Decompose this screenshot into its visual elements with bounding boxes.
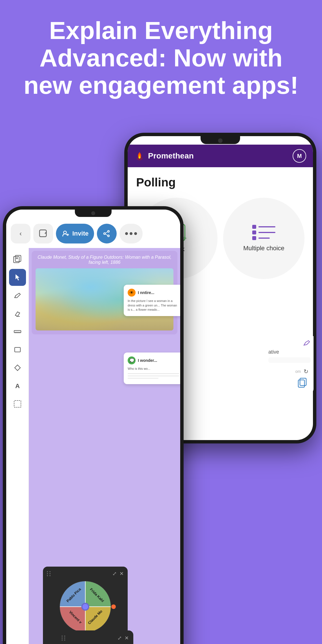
wheel-svg: Frida Kahl Pablo Pica Claude Mo Vincent … xyxy=(57,578,114,635)
tool-text[interactable]: A xyxy=(9,377,26,394)
app-name: Promethean xyxy=(148,151,194,160)
svg-point-8 xyxy=(108,235,109,237)
note-line-2 xyxy=(128,376,179,376)
right-reload-icon[interactable]: ↻ xyxy=(304,368,308,375)
tool-select[interactable] xyxy=(9,269,26,286)
note-2-heading: I wonder... xyxy=(138,358,157,363)
more-button[interactable] xyxy=(119,224,143,243)
eye-icon: 👁 xyxy=(128,289,136,297)
svg-line-15 xyxy=(15,295,16,298)
svg-point-6 xyxy=(108,230,109,232)
multiple-choice-icon xyxy=(252,225,275,240)
green-icon: 💭 xyxy=(128,356,136,364)
svg-line-10 xyxy=(105,234,108,236)
back-phone-camera xyxy=(218,138,223,143)
svg-point-30 xyxy=(82,604,88,610)
note-1-heading: I nntire... xyxy=(138,290,154,295)
note-1-text: In the picture I see a woman in a dress … xyxy=(128,299,179,312)
drag-handle[interactable] xyxy=(47,571,51,576)
svg-rect-23 xyxy=(15,347,20,352)
edit-pencil-icon[interactable] xyxy=(303,339,311,347)
tool-ruler[interactable] xyxy=(9,323,26,340)
note-lines xyxy=(128,373,179,378)
spinner-expand-icon[interactable]: ⤢ xyxy=(112,571,117,577)
right-partial-panel: ative om ↻ xyxy=(266,336,314,393)
polling-logo: Promethean xyxy=(134,151,194,161)
note-card-1: 👁 I nntire... In the picture I see a wom… xyxy=(124,285,180,316)
note-2-header: 💭 I wonder... xyxy=(128,356,179,364)
share-icon xyxy=(103,230,111,238)
note-card-2: 💭 I wonder... Who is this wo... xyxy=(124,353,180,384)
invite-icon xyxy=(62,230,69,238)
back-button[interactable]: ‹ xyxy=(11,224,31,243)
right-response-box xyxy=(268,357,311,363)
tool-duplicate[interactable] xyxy=(9,251,26,268)
timer-handle-dots[interactable] xyxy=(62,636,66,641)
art-title: Claude Monet, Study of a Figure Outdoors… xyxy=(36,255,173,265)
invite-label: Invite xyxy=(72,230,88,237)
svg-rect-38 xyxy=(298,380,304,387)
multiple-choice-label: Multiple choice xyxy=(243,245,284,252)
note-2-text: Who is this wo... xyxy=(128,367,179,371)
copy-icon[interactable] xyxy=(297,377,308,388)
user-avatar[interactable]: M xyxy=(293,149,306,163)
canvas-icon xyxy=(39,229,47,238)
share-button[interactable] xyxy=(97,224,117,243)
left-toolbar: A xyxy=(6,248,29,644)
svg-point-7 xyxy=(104,233,105,234)
front-app: ‹ Invite xyxy=(6,210,180,644)
svg-line-9 xyxy=(105,232,108,233)
front-phone: ‹ Invite xyxy=(3,206,184,644)
phones-container: Promethean M Polling Blank xyxy=(0,110,322,644)
note-line-1 xyxy=(128,373,179,374)
multiple-choice-card[interactable]: Multiple choice xyxy=(223,198,304,279)
right-from-label: om xyxy=(295,369,301,374)
svg-point-3 xyxy=(64,231,66,234)
invite-button[interactable]: Invite xyxy=(56,224,94,243)
front-phone-camera xyxy=(91,211,95,215)
note-1-header: 👁 I nntire... xyxy=(128,289,179,297)
tool-shape-rect[interactable] xyxy=(9,341,26,358)
note-line-3 xyxy=(128,378,158,378)
dot-1 xyxy=(125,232,128,235)
right-copy-area xyxy=(268,377,311,391)
timer-expand-icon[interactable]: ⤢ xyxy=(118,635,122,641)
svg-text:A: A xyxy=(15,382,20,390)
spinner-wheel[interactable]: Frida Kahl Pablo Pica Claude Mo Vincent … xyxy=(57,578,114,635)
right-bottom-panel: om ↻ xyxy=(268,366,311,377)
spinner-header: ⤢ ✕ xyxy=(47,571,124,577)
front-main: A Claude Monet, Study of a Figure Outdoo… xyxy=(6,248,180,644)
spinner-close-button[interactable]: ✕ xyxy=(119,571,124,577)
timer-close-button[interactable]: ✕ xyxy=(125,635,129,641)
timer-overlay: ⤢ ✕ ⏱ xyxy=(57,630,133,644)
flame-icon xyxy=(134,151,145,161)
header: Explain Everything Advanced: Now with ne… xyxy=(0,0,322,110)
spinner-pointer xyxy=(111,604,116,609)
page-title: Explain Everything Advanced: Now with ne… xyxy=(17,17,305,99)
canvas-tool-button[interactable] xyxy=(33,224,53,243)
canvas-area: Claude Monet, Study of a Figure Outdoors… xyxy=(29,248,180,644)
svg-point-1 xyxy=(138,156,140,158)
right-panel-label: ative xyxy=(268,349,311,355)
svg-rect-25 xyxy=(14,401,21,407)
polling-section-title: Polling xyxy=(136,176,304,189)
polling-appbar: Promethean M xyxy=(128,145,313,167)
dot-3 xyxy=(134,232,137,235)
tool-eraser[interactable] xyxy=(9,305,26,322)
tool-pen[interactable] xyxy=(9,287,26,304)
dot-2 xyxy=(130,232,132,235)
front-phone-notch xyxy=(75,210,112,217)
timer-drag-handle: ⤢ ✕ xyxy=(62,635,129,641)
tool-shape-diamond[interactable] xyxy=(9,359,26,376)
svg-rect-39 xyxy=(300,378,306,386)
back-phone-notch xyxy=(201,136,240,144)
front-phone-screen: ‹ Invite xyxy=(6,210,180,644)
tool-selection[interactable] xyxy=(9,395,26,412)
